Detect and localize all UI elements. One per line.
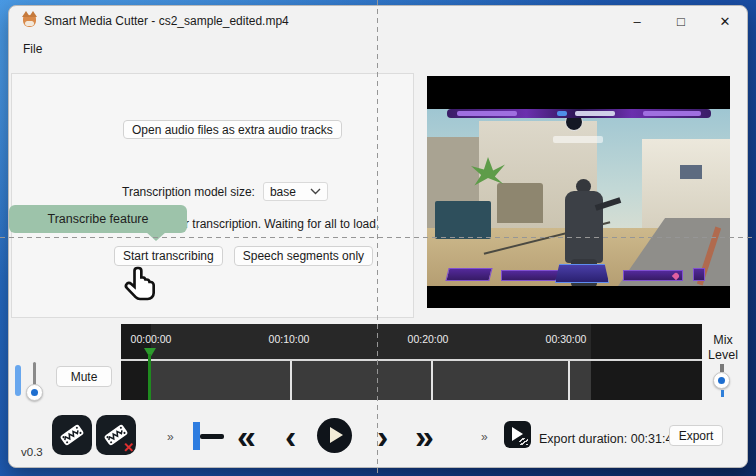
- maximize-button[interactable]: □: [659, 6, 703, 36]
- chevron-down-icon: [310, 188, 321, 195]
- transcription-panel: Open audio files as extra audio tracks T…: [11, 73, 414, 318]
- skip-backward-button[interactable]: «: [237, 413, 256, 459]
- mix-label-line1: Mix: [697, 333, 748, 348]
- segment-boundary: [290, 361, 292, 400]
- scene-dumpster: [435, 201, 491, 239]
- export-button[interactable]: Export: [669, 425, 723, 446]
- menu-file[interactable]: File: [15, 39, 50, 59]
- model-size-select[interactable]: base: [263, 182, 328, 201]
- tick-00-30: 00:30:00: [534, 333, 598, 345]
- play-icon: [330, 427, 343, 443]
- seek-start-marker-icon[interactable]: [193, 422, 200, 450]
- track-media-region[interactable]: [150, 361, 591, 400]
- cut-button[interactable]: [52, 415, 92, 455]
- timeline-ruler[interactable]: 00:00:00 00:10:00 00:20:00 00:30:00: [121, 324, 702, 359]
- step-backward-button[interactable]: ‹: [285, 413, 296, 459]
- game-hud-top: [447, 109, 711, 118]
- video-preview[interactable]: [427, 76, 730, 308]
- play-button[interactable]: [317, 418, 352, 453]
- hud-panel: [623, 270, 683, 281]
- playhead-line: [148, 354, 151, 400]
- hud-panel-center: [555, 264, 609, 283]
- tooltip-text: Transcribe feature: [48, 212, 149, 226]
- mix-slider-fill: [721, 390, 724, 397]
- ruler-post-media: [591, 324, 702, 359]
- mix-slider-knob[interactable]: [713, 372, 730, 389]
- model-size-label: Transcription model size:: [122, 185, 255, 199]
- export-duration-text: Export duration: 00:31:41: [539, 432, 679, 446]
- segment-boundary: [568, 361, 570, 400]
- tooltip: Transcribe feature: [9, 205, 187, 233]
- segment-boundary: [431, 361, 433, 400]
- hud-panel: [445, 268, 492, 281]
- version-label: v0.3: [21, 446, 43, 458]
- timeline-track[interactable]: [121, 361, 702, 400]
- title-bar[interactable]: Smart Media Cutter - cs2_sample_edited.m…: [9, 6, 747, 36]
- crosshair-vertical-line: [377, 0, 378, 476]
- tick-00-00: 00:00:00: [119, 333, 183, 345]
- minimize-button[interactable]: –: [615, 6, 659, 36]
- toolbar-overflow-icon[interactable]: »: [167, 430, 174, 444]
- timeline[interactable]: 00:00:00 00:10:00 00:20:00 00:30:00: [121, 324, 702, 400]
- tick-00-20: 00:20:00: [396, 333, 460, 345]
- game-scene: [427, 109, 730, 286]
- team-name-blur: [553, 136, 603, 143]
- speech-segments-only-button[interactable]: Speech segments only: [234, 246, 373, 266]
- mix-level-label: Mix Level: [697, 333, 748, 363]
- audio-level-meter: [15, 365, 21, 396]
- transcribe-buttons-row: Start transcribing Speech segments only: [114, 246, 373, 266]
- x-badge-icon: ✕: [123, 440, 134, 455]
- volume-slider-knob[interactable]: [26, 384, 43, 401]
- model-size-value: base: [270, 185, 296, 199]
- export-preview-button[interactable]: [504, 421, 531, 448]
- open-audio-files-button[interactable]: Open audio files as extra audio tracks: [123, 120, 342, 139]
- razor-blade-icon: [53, 416, 92, 455]
- hud-panel: [693, 268, 705, 281]
- skip-forward-button[interactable]: »: [415, 413, 434, 459]
- close-button[interactable]: ✕: [703, 6, 747, 36]
- seek-start-line-icon[interactable]: [200, 434, 224, 439]
- step-forward-button[interactable]: ›: [377, 413, 388, 459]
- menu-bar: File: [9, 36, 747, 62]
- mix-label-line2: Level: [697, 348, 748, 363]
- model-size-row: Transcription model size: base: [122, 182, 328, 201]
- window-title: Smart Media Cutter - cs2_sample_edited.m…: [44, 14, 289, 28]
- hud-panel: [501, 270, 563, 281]
- mix-slider-track[interactable]: [720, 364, 724, 372]
- game-hud-bottom: [427, 264, 730, 286]
- video-letterbox-bottom: [427, 286, 730, 308]
- crosshair-horizontal-line: [0, 237, 756, 238]
- toolbar-overflow-icon[interactable]: »: [481, 430, 488, 444]
- window-controls: – □ ✕: [615, 6, 747, 36]
- tick-00-10: 00:10:00: [257, 333, 321, 345]
- start-transcribing-button[interactable]: Start transcribing: [114, 246, 223, 266]
- cut-disabled-button[interactable]: ✕: [96, 415, 136, 455]
- strips-icon: [519, 438, 528, 445]
- hand-cursor-icon: [122, 264, 162, 308]
- transcription-status-text: r transcription. Waiting for all to load…: [185, 217, 379, 231]
- app-icon: [23, 15, 36, 27]
- mute-button[interactable]: Mute: [56, 366, 112, 387]
- scene-building-right: [642, 139, 730, 229]
